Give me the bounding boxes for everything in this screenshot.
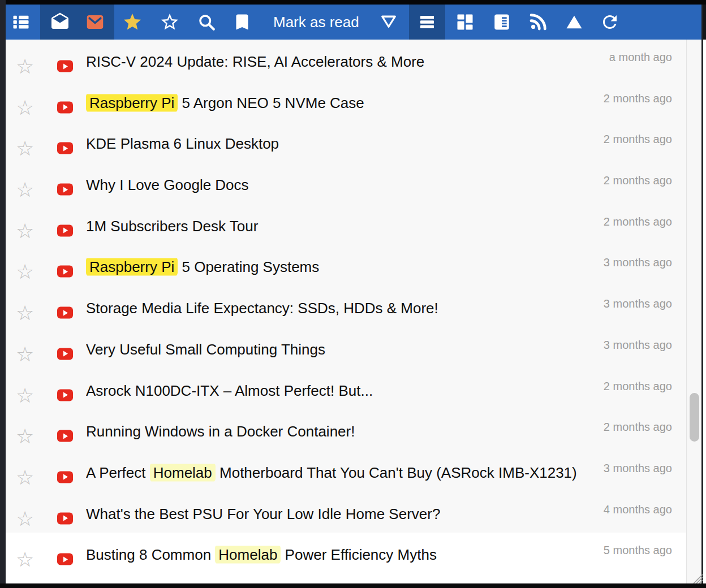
menu-icon[interactable]	[417, 12, 437, 32]
star-toggle-icon[interactable]: ☆	[16, 98, 34, 118]
item-title: RISC-V 2024 Update: RISE, AI Accelerator…	[86, 53, 590, 71]
item-date: 3 months ago	[604, 461, 672, 474]
list-item[interactable]: ☆ A Perfect Homelab Motherboard That You…	[6, 451, 686, 492]
star-toggle-icon[interactable]: ☆	[16, 550, 34, 570]
youtube-icon	[57, 184, 73, 196]
item-title: KDE Plasma 6 Linux Desktop	[86, 135, 590, 153]
item-date: a month ago	[609, 51, 672, 64]
star-toggle-icon[interactable]: ☆	[16, 344, 34, 365]
list-item[interactable]: ☆ Why I Love Google Docs 2 months ago	[6, 163, 686, 204]
filter-triangle-icon[interactable]	[378, 12, 399, 32]
dashboard-icon[interactable]	[455, 12, 475, 32]
item-date: 2 months ago	[604, 133, 672, 146]
star-toggle-icon[interactable]: ☆	[16, 509, 34, 529]
item-title: Why I Love Google Docs	[86, 176, 590, 194]
item-title: 1M Subscribers Desk Tour	[86, 217, 590, 235]
item-date: 2 months ago	[604, 174, 672, 187]
star-toggle-icon[interactable]: ☆	[16, 57, 34, 77]
window-edge-bottom	[0, 583, 706, 588]
star-toggle-icon[interactable]: ☆	[16, 180, 34, 200]
youtube-icon	[57, 389, 73, 401]
youtube-icon	[57, 101, 73, 113]
youtube-icon	[57, 554, 73, 565]
list-item[interactable]: ☆ What's the Best PSU For Your Low Idle …	[6, 492, 686, 533]
star-filled-icon[interactable]	[122, 12, 143, 32]
list-item[interactable]: ☆ 1M Subscribers Desk Tour 2 months ago	[6, 204, 686, 245]
scrollbar-thumb[interactable]	[690, 393, 699, 442]
youtube-icon	[57, 430, 73, 442]
star-toggle-icon[interactable]: ☆	[16, 262, 34, 282]
toolbar: Mark as read	[6, 5, 701, 40]
item-title: A Perfect Homelab Motherboard That You C…	[86, 464, 590, 481]
item-date: 3 months ago	[604, 297, 672, 310]
item-title: Very Useful Small Computing Things	[86, 340, 590, 358]
star-toggle-icon[interactable]: ☆	[16, 386, 34, 406]
list-item[interactable]: ☆ Raspberry Pi 5 Argon NEO 5 NVMe Case 2…	[6, 81, 686, 122]
item-date: 3 months ago	[604, 256, 672, 269]
youtube-icon	[57, 348, 73, 360]
star-toggle-icon[interactable]: ☆	[16, 426, 34, 447]
search-icon[interactable]	[196, 12, 217, 32]
list-item[interactable]: ☆ Running Windows in a Docker Container!…	[6, 409, 686, 451]
rss-icon[interactable]	[528, 12, 548, 32]
star-outline-icon[interactable]	[160, 12, 180, 32]
open-envelope-icon[interactable]	[50, 12, 70, 32]
list-item[interactable]: ☆ Very Useful Small Computing Things 3 m…	[6, 327, 686, 369]
youtube-icon	[57, 512, 73, 524]
article-list: ☆ RISC-V 2024 Update: RISE, AI Accelerat…	[6, 40, 686, 583]
card-view-icon[interactable]	[492, 12, 512, 32]
star-toggle-icon[interactable]: ☆	[16, 221, 34, 241]
youtube-icon	[57, 307, 73, 319]
list-item[interactable]: ☆ Raspberry Pi 5 Operating Systems 3 mon…	[6, 245, 686, 286]
item-date: 2 months ago	[604, 379, 672, 392]
list-item[interactable]: ☆ RISC-V 2024 Update: RISE, AI Accelerat…	[6, 40, 686, 81]
refresh-icon[interactable]	[600, 12, 620, 32]
list-item[interactable]: ☆ Storage Media Life Expectancy: SSDs, H…	[6, 286, 686, 327]
window-right-margin	[703, 40, 706, 583]
resize-grip-icon[interactable]	[688, 569, 703, 583]
list-view-icon[interactable]	[11, 12, 31, 32]
star-toggle-icon[interactable]: ☆	[16, 303, 34, 323]
item-date: 4 months ago	[604, 503, 672, 516]
item-date: 5 months ago	[604, 544, 672, 557]
list-item[interactable]: ☆ Asrock N100DC-ITX – Almost Perfect! Bu…	[6, 369, 686, 410]
item-title: Asrock N100DC-ITX – Almost Perfect! But.…	[86, 382, 590, 399]
youtube-icon	[57, 224, 73, 236]
up-triangle-icon[interactable]	[564, 12, 584, 32]
item-date: 2 months ago	[604, 421, 672, 434]
item-title: Storage Media Life Expectancy: SSDs, HDD…	[86, 300, 590, 317]
list-item[interactable]: ☆ Busting 8 Common Homelab Power Efficie…	[6, 533, 686, 583]
item-title: Busting 8 Common Homelab Power Efficienc…	[86, 546, 590, 564]
star-toggle-icon[interactable]: ☆	[16, 468, 34, 488]
youtube-icon	[57, 471, 73, 483]
window-edge-top	[0, 0, 706, 5]
mark-as-read-button[interactable]: Mark as read	[273, 5, 359, 40]
bookmark-icon[interactable]	[232, 12, 252, 32]
unread-envelope-icon[interactable]	[85, 12, 105, 32]
item-title: Running Windows in a Docker Container!	[86, 423, 590, 440]
item-title: Raspberry Pi 5 Argon NEO 5 NVMe Case	[86, 94, 590, 111]
scrollbar-track[interactable]	[686, 40, 701, 583]
list-item[interactable]: ☆ KDE Plasma 6 Linux Desktop 2 months ag…	[6, 122, 686, 163]
star-toggle-icon[interactable]: ☆	[16, 139, 34, 159]
item-date: 2 months ago	[604, 92, 672, 105]
youtube-icon	[57, 142, 73, 154]
youtube-icon	[57, 60, 73, 72]
item-title: Raspberry Pi 5 Operating Systems	[86, 258, 590, 276]
item-title: What's the Best PSU For Your Low Idle Ho…	[86, 505, 590, 522]
item-date: 2 months ago	[604, 215, 672, 228]
window-edge-left	[0, 0, 6, 588]
item-date: 3 months ago	[604, 338, 672, 351]
youtube-icon	[57, 266, 73, 278]
